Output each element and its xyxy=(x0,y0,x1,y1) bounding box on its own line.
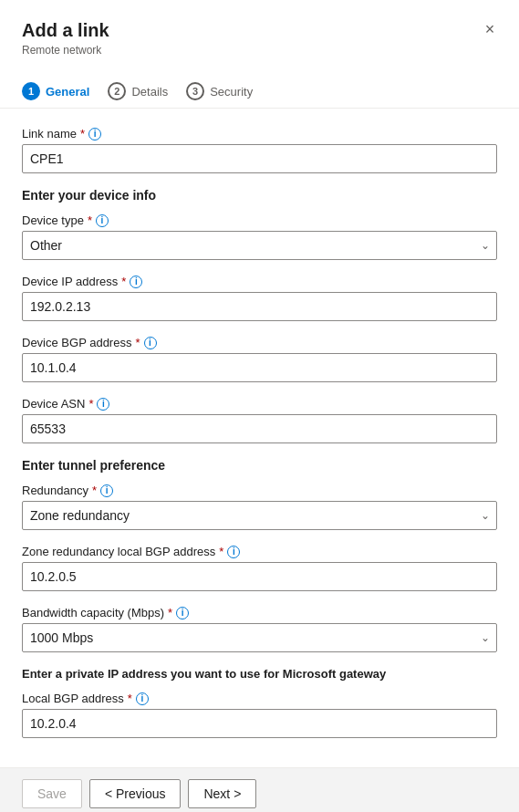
zone-bgp-info-icon[interactable]: i xyxy=(227,546,240,558)
bandwidth-select-wrapper: 250 Mbps 500 Mbps 750 Mbps 1000 Mbps 200… xyxy=(22,623,497,652)
required-marker: * xyxy=(88,397,93,411)
bandwidth-label: Bandwidth capacity (Mbps) * i xyxy=(22,606,497,619)
bandwidth-info-icon[interactable]: i xyxy=(176,607,189,619)
redundancy-group: Redundancy * i Zone redundancy No redund… xyxy=(22,484,497,530)
zone-bgp-group: Zone redundancy local BGP address * i xyxy=(22,545,497,591)
device-ip-label: Device IP address * i xyxy=(22,275,497,288)
tab-security-label: Security xyxy=(210,85,253,99)
device-bgp-group: Device BGP address * i xyxy=(22,336,497,382)
required-marker: * xyxy=(121,275,126,288)
device-asn-group: Device ASN * i xyxy=(22,397,497,443)
bandwidth-select[interactable]: 250 Mbps 500 Mbps 750 Mbps 1000 Mbps 200… xyxy=(22,623,497,652)
device-asn-info-icon[interactable]: i xyxy=(97,398,109,411)
dialog-header: Add a link Remote network × xyxy=(0,0,519,57)
device-ip-info-icon[interactable]: i xyxy=(130,276,142,288)
local-bgp-label: Local BGP address * i xyxy=(22,692,497,705)
link-name-label: Link name * i xyxy=(22,127,497,141)
tab-general-number: 1 xyxy=(22,82,40,100)
device-type-info-icon[interactable]: i xyxy=(96,214,109,227)
required-marker: * xyxy=(135,336,140,349)
tabs-container: 1 General 2 Details 3 Security xyxy=(0,64,519,108)
local-bgp-info-icon[interactable]: i xyxy=(136,692,149,705)
next-button[interactable]: Next > xyxy=(188,779,256,808)
required-marker: * xyxy=(219,545,223,558)
save-button[interactable]: Save xyxy=(22,779,82,808)
redundancy-select[interactable]: Zone redundancy No redundancy xyxy=(22,501,497,530)
link-name-group: Link name * i xyxy=(22,127,497,173)
tunnel-pref-heading: Enter tunnel preference xyxy=(22,458,497,473)
required-marker: * xyxy=(80,127,85,141)
device-asn-input[interactable] xyxy=(22,414,497,443)
device-bgp-input[interactable] xyxy=(22,353,497,382)
tab-general-label: General xyxy=(46,85,89,99)
device-bgp-info-icon[interactable]: i xyxy=(144,337,157,349)
tab-details-number: 2 xyxy=(108,82,126,100)
tab-security[interactable]: 3 Security xyxy=(186,75,264,108)
tab-general[interactable]: 1 General xyxy=(22,75,100,108)
private-ip-heading: Enter a private IP address you want to u… xyxy=(22,667,497,681)
form-content: Link name * i Enter your device info Dev… xyxy=(0,112,519,767)
required-marker: * xyxy=(88,213,92,227)
device-asn-label: Device ASN * i xyxy=(22,397,497,411)
add-link-dialog: Add a link Remote network × 1 General 2 … xyxy=(0,0,519,812)
tab-security-number: 3 xyxy=(186,82,204,100)
dialog-title: Add a link xyxy=(22,18,497,42)
required-marker: * xyxy=(128,692,132,705)
tab-details[interactable]: 2 Details xyxy=(108,75,179,108)
local-bgp-group: Local BGP address * i xyxy=(22,692,497,738)
device-type-group: Device type * i Other Cisco Juniper Palo… xyxy=(22,213,497,260)
dialog-subtitle: Remote network xyxy=(22,44,497,57)
device-ip-input[interactable] xyxy=(22,292,497,321)
link-name-info-icon[interactable]: i xyxy=(88,128,101,141)
device-info-heading: Enter your device info xyxy=(22,188,497,203)
zone-bgp-input[interactable] xyxy=(22,562,497,591)
zone-bgp-label: Zone redundancy local BGP address * i xyxy=(22,545,497,558)
redundancy-select-wrapper: Zone redundancy No redundancy ⌄ xyxy=(22,501,497,530)
link-name-input[interactable] xyxy=(22,144,497,173)
redundancy-label: Redundancy * i xyxy=(22,484,497,497)
required-marker: * xyxy=(92,484,97,497)
redundancy-info-icon[interactable]: i xyxy=(100,484,113,497)
device-type-select[interactable]: Other Cisco Juniper Palo Alto Fortinet C… xyxy=(22,231,497,260)
required-marker: * xyxy=(168,606,172,619)
previous-button[interactable]: < Previous xyxy=(89,779,182,808)
device-ip-group: Device IP address * i xyxy=(22,275,497,321)
dialog-footer: Save < Previous Next > xyxy=(0,767,519,812)
tab-details-label: Details xyxy=(131,85,168,99)
device-bgp-label: Device BGP address * i xyxy=(22,336,497,349)
device-type-select-wrapper: Other Cisco Juniper Palo Alto Fortinet C… xyxy=(22,231,497,260)
bandwidth-group: Bandwidth capacity (Mbps) * i 250 Mbps 5… xyxy=(22,606,497,652)
local-bgp-input[interactable] xyxy=(22,709,497,738)
close-button[interactable]: × xyxy=(475,15,504,44)
device-type-label: Device type * i xyxy=(22,213,497,227)
